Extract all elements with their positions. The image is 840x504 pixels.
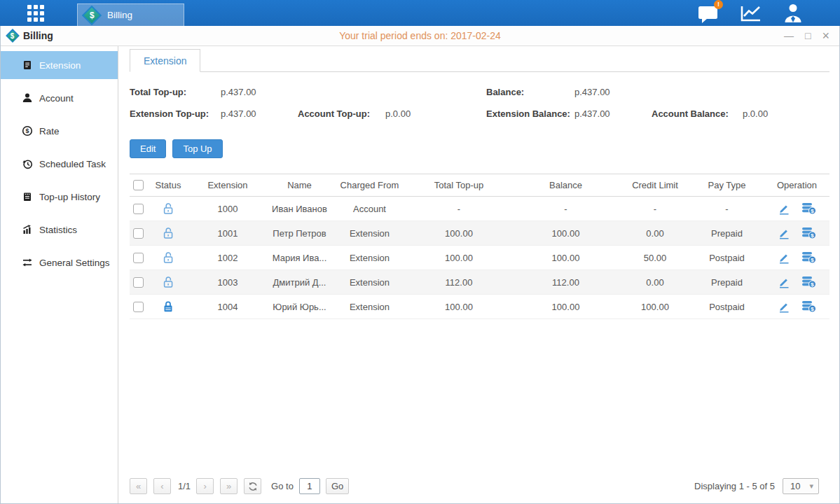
window-title: Billing [23,30,53,41]
page-size-value: 10 [790,481,800,491]
next-page-button[interactable]: › [196,478,214,494]
row-checkbox[interactable] [133,277,144,288]
general-settings-icon [22,257,33,268]
chevron-down-icon: ▾ [809,482,813,491]
summary-account-top-up: Account Top-up: p.0.00 [298,103,486,125]
status-unlocked-icon [161,202,175,216]
goto-page-input[interactable] [299,478,320,494]
edit-row-icon[interactable] [778,251,790,264]
edit-button[interactable]: Edit [130,139,166,158]
window-header: $ Billing Your trial period ends on: 201… [1,26,839,46]
topup-row-icon[interactable]: $ [801,227,816,239]
page-size-select[interactable]: 10 ▾ [783,478,819,494]
table-body: 1000 Иван Иванов Account - - - - $ [130,197,829,319]
top-up-button[interactable]: Top Up [172,139,222,158]
topbar: $ Billing ! [0,0,840,26]
rate-icon: $ [22,125,33,136]
extensions-table: Status Extension Name Charged From Total… [130,174,829,319]
prev-page-button[interactable]: ‹ [153,478,171,494]
col-status: Status [147,180,189,190]
summary-extension-top-up: Extension Top-up: p.437.00 [130,103,298,125]
tabstrip: Extension [130,46,829,72]
sidebar-item-rate[interactable]: $ Rate [1,117,118,145]
svg-text:$: $ [25,127,29,134]
row-checkbox[interactable] [133,302,144,312]
table-row[interactable]: 1003 Дмитрий Д... Extension 112.00 112.0… [130,270,829,295]
col-extension: Extension [189,180,266,190]
col-name: Name [266,180,333,190]
summary-balance: Balance: p.437.00 [486,81,652,103]
pagination-bar: « ‹ 1/1 › » Go to Go Displaying [130,475,829,503]
edit-row-icon[interactable] [778,227,790,239]
summary-total-top-up: Total Top-up: p.437.00 [130,81,298,103]
go-button[interactable]: Go [326,478,349,494]
close-icon[interactable]: × [822,29,829,42]
sidebar-item-statistics[interactable]: Statistics [1,216,118,244]
sidebar-item-topup-history[interactable]: Top-up History [1,183,118,211]
svg-text:$: $ [811,281,814,288]
edit-row-icon[interactable] [778,276,790,288]
sidebar-item-extension[interactable]: Extension [1,51,118,79]
refresh-button[interactable] [244,478,261,494]
billing-window: $ Billing Your trial period ends on: 201… [0,26,840,504]
col-credit-limit: Credit Limit [620,180,690,190]
sidebar-item-label: Extension [39,60,81,71]
account-icon [22,92,33,104]
last-page-button[interactable]: » [220,478,237,494]
select-all-checkbox[interactable] [133,180,144,190]
status-locked-icon [161,300,175,314]
goto-label: Go to [271,481,294,491]
row-checkbox[interactable] [133,228,144,239]
status-unlocked-icon [161,251,175,265]
balance-summary: Total Top-up: p.437.00 Balance: p.437.00… [130,81,829,125]
sidebar-item-label: Scheduled Task [39,159,106,169]
sidebar-item-account[interactable]: Account [1,84,118,112]
app-grid-icon[interactable] [27,4,45,22]
scheduled-task-icon [22,158,33,169]
first-page-button[interactable]: « [130,478,147,494]
col-total-top-up: Total Top-up [406,180,511,190]
col-balance: Balance [511,180,620,190]
summary-account-balance: Account Balance: p.0.00 [652,103,830,125]
displaying-status: Displaying 1 - 5 of 5 [694,481,775,491]
main-content: Extension Total Top-up: p.437.00 Balance… [118,46,839,503]
topup-row-icon[interactable]: $ [801,251,816,264]
table-row[interactable]: 1002 Мария Ива... Extension 100.00 100.0… [130,246,829,270]
table-row[interactable]: 1000 Иван Иванов Account - - - - $ [130,197,829,221]
sidebar-item-general-settings[interactable]: General Settings [1,248,118,276]
sidebar-item-scheduled-task[interactable]: Scheduled Task [1,150,118,178]
col-operation: Operation [764,180,830,190]
notifications-icon[interactable]: ! [698,4,719,23]
sidebar-item-label: Rate [39,126,60,136]
topbar-tab-billing[interactable]: $ Billing [77,4,184,26]
col-charged-from: Charged From [333,180,406,190]
col-pay-type: Pay Type [690,180,764,190]
notification-badge: ! [714,0,723,9]
edit-row-icon[interactable] [778,202,790,215]
status-unlocked-icon [161,275,175,289]
user-account-icon[interactable] [783,3,804,23]
row-checkbox[interactable] [133,253,144,263]
svg-text:$: $ [811,232,814,239]
row-checkbox[interactable] [133,204,144,214]
window-title-diamond-icon: $ [6,29,20,43]
topup-history-icon [22,191,33,202]
statistics-chart-icon[interactable] [740,4,762,23]
maximize-icon[interactable]: □ [805,31,811,41]
topup-row-icon[interactable]: $ [801,300,816,313]
topup-row-icon[interactable]: $ [801,276,816,288]
table-row[interactable]: 1004 Юрий Юрь... Extension 100.00 100.00… [130,295,829,319]
minimize-icon[interactable]: — [784,31,794,41]
sidebar-item-label: General Settings [39,258,110,268]
edit-row-icon[interactable] [778,300,790,313]
topbar-tab-label: Billing [107,10,132,20]
page-indicator: 1/1 [178,481,191,491]
tab-extension[interactable]: Extension [130,49,200,72]
table-row[interactable]: 1001 Петр Петров Extension 100.00 100.00… [130,221,829,246]
billing-diamond-icon: $ [82,5,102,24]
sidebar-item-label: Top-up History [39,192,100,202]
sidebar-item-label: Statistics [39,225,77,235]
topup-row-icon[interactable]: $ [801,202,816,215]
sidebar: Extension Account $ Rate [1,46,118,503]
svg-text:$: $ [811,306,814,312]
